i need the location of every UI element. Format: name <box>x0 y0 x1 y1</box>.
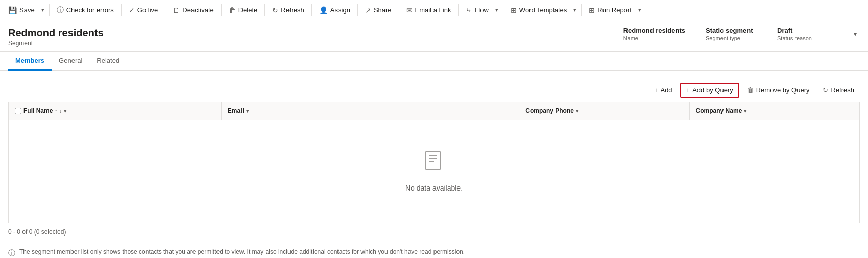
save-button[interactable]: 💾 Save <box>4 4 39 17</box>
table-header-row: Full Name ↑ ↓ ▾ Email ▾ Company Phone <box>9 102 860 120</box>
sep-5 <box>264 4 265 16</box>
assign-button[interactable]: 👤 Assign <box>315 4 354 17</box>
content-area: + Add + Add by Query 🗑 Remove by Query ↻… <box>0 71 868 258</box>
page-title: Redmond residents <box>8 27 104 39</box>
assign-icon: 👤 <box>319 6 328 14</box>
company-name-col-chevron[interactable]: ▾ <box>744 108 746 114</box>
col-checkbox: Full Name ↑ ↓ ▾ <box>9 102 222 120</box>
tab-members[interactable]: Members <box>8 52 52 71</box>
empty-state: No data available. <box>9 120 859 223</box>
name-field-value: Redmond residents <box>623 27 685 34</box>
tabs-section: Members General Related <box>0 52 868 71</box>
table-refresh-button[interactable]: ↻ Refresh <box>817 83 860 97</box>
status-value: Draft <box>777 27 828 34</box>
empty-state-icon <box>424 151 444 178</box>
run-report-icon: ⊞ <box>589 6 595 14</box>
members-table: Full Name ↑ ↓ ▾ Email ▾ Company Phone <box>8 102 860 223</box>
fullname-col-chevron[interactable]: ▾ <box>64 108 66 114</box>
add-by-query-icon: + <box>686 86 690 94</box>
name-field: Redmond residents Name <box>623 27 685 41</box>
remove-by-query-button[interactable]: 🗑 Remove by Query <box>741 83 815 97</box>
header-section: Redmond residents Segment Redmond reside… <box>0 20 868 52</box>
check-errors-icon: ⓘ <box>57 6 64 15</box>
word-templates-button[interactable]: ⊞ Word Templates <box>507 4 571 17</box>
save-dropdown-chevron[interactable]: ▾ <box>40 4 46 16</box>
header-left: Redmond residents Segment <box>8 27 104 47</box>
add-icon: + <box>654 86 658 94</box>
select-all-checkbox[interactable] <box>15 108 21 114</box>
segment-type-field: Static segment Segment type <box>706 27 757 41</box>
tab-related[interactable]: Related <box>89 52 127 71</box>
deactivate-button[interactable]: 🗋 Deactivate <box>168 4 218 17</box>
go-live-icon: ✓ <box>129 6 135 14</box>
status-field: Draft Status reason <box>777 27 828 41</box>
company-phone-col-chevron[interactable]: ▾ <box>576 108 578 114</box>
fullname-sort-desc-icon[interactable]: ↓ <box>59 108 62 114</box>
name-field-label: Name <box>623 35 685 41</box>
svg-rect-0 <box>426 151 440 170</box>
table-footer: 0 - 0 of 0 (0 selected) <box>8 223 860 241</box>
add-button[interactable]: + Add <box>648 83 678 97</box>
email-link-button[interactable]: ✉ Email a Link <box>402 4 455 17</box>
sep-8 <box>399 4 399 16</box>
save-icon: 💾 <box>8 6 17 14</box>
col-company-name: Company Name ▾ <box>689 102 859 120</box>
header-expand-chevron[interactable]: ▾ <box>851 27 860 42</box>
info-icon: ⓘ <box>8 249 15 258</box>
sep-6 <box>311 4 312 16</box>
flow-button[interactable]: ⤷ Flow <box>462 4 492 17</box>
sep-3 <box>165 4 165 16</box>
sep-2 <box>121 4 122 16</box>
flow-dropdown-chevron[interactable]: ▾ <box>494 4 500 16</box>
tab-general[interactable]: General <box>52 52 89 71</box>
share-button[interactable]: ↗ Share <box>361 4 396 17</box>
run-report-chevron[interactable]: ▾ <box>637 4 643 16</box>
segment-type-label: Segment type <box>706 35 757 41</box>
sep-11 <box>581 4 582 16</box>
fullname-sort-asc-icon[interactable]: ↑ <box>55 108 57 114</box>
sep-10 <box>503 4 503 16</box>
info-bar: ⓘ The segment member list only shows tho… <box>8 243 860 258</box>
empty-state-row: No data available. <box>9 120 860 223</box>
sep-7 <box>357 4 358 16</box>
flow-icon: ⤷ <box>466 6 472 14</box>
word-templates-chevron[interactable]: ▾ <box>572 4 578 16</box>
main-toolbar: 💾 Save ▾ ⓘ Check for errors ✓ Go live 🗋 … <box>0 0 868 20</box>
share-icon: ↗ <box>365 6 371 14</box>
info-text: The segment member list only shows those… <box>19 248 465 255</box>
col-email: Email ▾ <box>221 102 519 120</box>
check-errors-button[interactable]: ⓘ Check for errors <box>53 3 118 17</box>
empty-state-text: No data available. <box>405 184 463 192</box>
email-col-chevron[interactable]: ▾ <box>246 108 249 114</box>
sep-9 <box>458 4 459 16</box>
empty-state-cell: No data available. <box>9 120 860 223</box>
delete-icon: 🗑 <box>229 6 236 14</box>
delete-button[interactable]: 🗑 Delete <box>225 4 262 17</box>
record-count: 0 - 0 of 0 (0 selected) <box>8 228 66 236</box>
word-templates-icon: ⊞ <box>511 6 517 14</box>
table-refresh-icon: ↻ <box>823 86 828 94</box>
header-right: Redmond residents Name Static segment Se… <box>623 27 860 42</box>
add-by-query-button[interactable]: + Add by Query <box>680 83 739 98</box>
refresh-icon: ↻ <box>272 6 278 14</box>
deactivate-icon: 🗋 <box>173 6 180 14</box>
go-live-button[interactable]: ✓ Go live <box>125 4 162 17</box>
segment-type-value: Static segment <box>706 27 757 34</box>
remove-by-query-icon: 🗑 <box>747 86 754 94</box>
sep-1 <box>49 4 50 16</box>
email-icon: ✉ <box>406 6 413 14</box>
sep-4 <box>221 4 222 16</box>
status-label: Status reason <box>777 35 828 41</box>
page-subtitle: Segment <box>8 40 104 47</box>
run-report-button[interactable]: ⊞ Run Report <box>585 4 635 17</box>
col-company-phone: Company Phone ▾ <box>519 102 689 120</box>
refresh-button[interactable]: ↻ Refresh <box>268 4 308 17</box>
table-action-bar: + Add + Add by Query 🗑 Remove by Query ↻… <box>8 79 860 102</box>
